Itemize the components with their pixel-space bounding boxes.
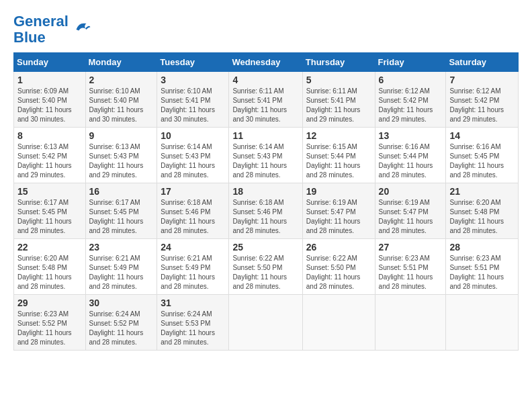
day-number: 16 <box>89 186 154 197</box>
calendar-cell: 19 Sunrise: 6:19 AM Sunset: 5:47 PM Dayl… <box>302 183 375 239</box>
logo: GeneralBlue <box>13 13 91 46</box>
day-number: 26 <box>306 242 371 253</box>
calendar-cell <box>446 295 519 351</box>
sunset-label: Sunset: 5:45 PM <box>89 208 139 216</box>
day-info: Sunrise: 6:09 AM Sunset: 5:40 PM Dayligh… <box>17 87 82 124</box>
sunset-label: Sunset: 5:43 PM <box>161 152 210 160</box>
day-info: Sunrise: 6:13 AM Sunset: 5:42 PM Dayligh… <box>17 142 82 180</box>
sunrise-label: Sunrise: 6:13 AM <box>89 143 140 150</box>
calendar-cell: 18 Sunrise: 6:18 AM Sunset: 5:46 PM Dayl… <box>229 183 302 239</box>
day-info: Sunrise: 6:22 AM Sunset: 5:50 PM Dayligh… <box>232 254 298 291</box>
day-info: Sunrise: 6:14 AM Sunset: 5:43 PM Dayligh… <box>161 142 225 180</box>
calendar-cell: 2 Sunrise: 6:10 AM Sunset: 5:40 PM Dayli… <box>85 72 157 128</box>
day-number: 21 <box>449 186 515 197</box>
sunset-label: Sunset: 5:50 PM <box>232 264 282 271</box>
daylight-label: Daylight: 11 hours and 28 minutes. <box>449 162 504 179</box>
calendar-cell: 10 Sunrise: 6:14 AM Sunset: 5:43 PM Dayl… <box>157 128 229 183</box>
daylight-label: Daylight: 11 hours and 28 minutes. <box>379 273 433 290</box>
sunrise-label: Sunrise: 6:14 AM <box>161 143 212 150</box>
daylight-label: Daylight: 11 hours and 28 minutes. <box>449 218 504 234</box>
sunrise-label: Sunrise: 6:22 AM <box>306 255 357 262</box>
day-info: Sunrise: 6:10 AM Sunset: 5:40 PM Dayligh… <box>89 87 154 124</box>
sunrise-label: Sunrise: 6:15 AM <box>306 143 357 150</box>
calendar-cell: 28 Sunrise: 6:23 AM Sunset: 5:51 PM Dayl… <box>446 239 519 295</box>
calendar-day-header: Friday <box>375 53 446 72</box>
sunset-label: Sunset: 5:41 PM <box>161 97 210 104</box>
day-number: 29 <box>17 298 82 308</box>
sunrise-label: Sunrise: 6:21 AM <box>89 255 140 262</box>
sunrise-label: Sunrise: 6:18 AM <box>161 199 212 206</box>
calendar-cell: 16 Sunrise: 6:17 AM Sunset: 5:45 PM Dayl… <box>85 183 157 239</box>
daylight-label: Daylight: 11 hours and 28 minutes. <box>161 162 215 179</box>
sunset-label: Sunset: 5:43 PM <box>232 152 282 160</box>
calendar-cell: 23 Sunrise: 6:21 AM Sunset: 5:49 PM Dayl… <box>85 239 157 295</box>
sunset-label: Sunset: 5:42 PM <box>379 97 429 104</box>
sunset-label: Sunset: 5:40 PM <box>17 97 67 104</box>
sunrise-label: Sunrise: 6:23 AM <box>17 310 69 318</box>
day-number: 22 <box>17 242 82 253</box>
day-info: Sunrise: 6:23 AM Sunset: 5:51 PM Dayligh… <box>379 254 443 291</box>
day-info: Sunrise: 6:20 AM Sunset: 5:48 PM Dayligh… <box>17 254 82 291</box>
calendar-cell: 25 Sunrise: 6:22 AM Sunset: 5:50 PM Dayl… <box>229 239 302 295</box>
calendar-week-row: 8 Sunrise: 6:13 AM Sunset: 5:42 PM Dayli… <box>14 128 519 183</box>
sunrise-label: Sunrise: 6:09 AM <box>17 87 69 95</box>
day-number: 4 <box>232 75 298 85</box>
sunset-label: Sunset: 5:41 PM <box>306 97 356 104</box>
calendar-cell: 11 Sunrise: 6:14 AM Sunset: 5:43 PM Dayl… <box>229 128 302 183</box>
calendar-cell: 14 Sunrise: 6:16 AM Sunset: 5:45 PM Dayl… <box>446 128 519 183</box>
sunset-label: Sunset: 5:42 PM <box>449 97 499 104</box>
calendar-cell: 29 Sunrise: 6:23 AM Sunset: 5:52 PM Dayl… <box>14 295 86 351</box>
sunset-label: Sunset: 5:45 PM <box>17 208 67 216</box>
calendar-header-row: SundayMondayTuesdayWednesdayThursdayFrid… <box>14 53 519 72</box>
daylight-label: Daylight: 11 hours and 29 minutes. <box>17 162 72 179</box>
sunrise-label: Sunrise: 6:18 AM <box>232 199 283 206</box>
sunset-label: Sunset: 5:49 PM <box>161 264 210 271</box>
page-header: GeneralBlue <box>13 13 519 46</box>
day-info: Sunrise: 6:18 AM Sunset: 5:46 PM Dayligh… <box>232 198 298 236</box>
calendar-cell <box>375 295 446 351</box>
calendar-cell <box>302 295 375 351</box>
day-info: Sunrise: 6:22 AM Sunset: 5:50 PM Dayligh… <box>306 254 371 291</box>
calendar-cell: 27 Sunrise: 6:23 AM Sunset: 5:51 PM Dayl… <box>375 239 446 295</box>
sunrise-label: Sunrise: 6:17 AM <box>89 199 140 206</box>
sunset-label: Sunset: 5:46 PM <box>232 208 282 216</box>
calendar-body: 1 Sunrise: 6:09 AM Sunset: 5:40 PM Dayli… <box>14 72 519 351</box>
day-number: 20 <box>379 186 443 197</box>
logo-bird-icon <box>71 19 91 40</box>
sunrise-label: Sunrise: 6:24 AM <box>161 310 212 318</box>
sunrise-label: Sunrise: 6:19 AM <box>379 199 430 206</box>
day-info: Sunrise: 6:12 AM Sunset: 5:42 PM Dayligh… <box>379 87 443 124</box>
day-info: Sunrise: 6:16 AM Sunset: 5:45 PM Dayligh… <box>449 142 515 180</box>
calendar-cell: 4 Sunrise: 6:11 AM Sunset: 5:41 PM Dayli… <box>229 72 302 128</box>
day-number: 14 <box>449 130 515 141</box>
day-number: 9 <box>89 130 154 141</box>
day-number: 25 <box>232 242 298 253</box>
calendar-cell: 22 Sunrise: 6:20 AM Sunset: 5:48 PM Dayl… <box>14 239 86 295</box>
sunset-label: Sunset: 5:43 PM <box>89 152 139 160</box>
daylight-label: Daylight: 11 hours and 28 minutes. <box>232 162 287 179</box>
day-info: Sunrise: 6:24 AM Sunset: 5:53 PM Dayligh… <box>161 310 225 347</box>
day-info: Sunrise: 6:23 AM Sunset: 5:51 PM Dayligh… <box>449 254 515 291</box>
day-number: 3 <box>161 75 225 85</box>
calendar-cell: 3 Sunrise: 6:10 AM Sunset: 5:41 PM Dayli… <box>157 72 229 128</box>
daylight-label: Daylight: 11 hours and 30 minutes. <box>89 106 144 123</box>
day-info: Sunrise: 6:19 AM Sunset: 5:47 PM Dayligh… <box>379 198 443 236</box>
calendar-week-row: 29 Sunrise: 6:23 AM Sunset: 5:52 PM Dayl… <box>14 295 519 351</box>
calendar-day-header: Sunday <box>14 53 86 72</box>
calendar-cell: 26 Sunrise: 6:22 AM Sunset: 5:50 PM Dayl… <box>302 239 375 295</box>
calendar-cell <box>229 295 302 351</box>
sunrise-label: Sunrise: 6:20 AM <box>17 255 69 262</box>
sunrise-label: Sunrise: 6:10 AM <box>161 87 212 95</box>
day-info: Sunrise: 6:13 AM Sunset: 5:43 PM Dayligh… <box>89 142 154 180</box>
day-info: Sunrise: 6:16 AM Sunset: 5:44 PM Dayligh… <box>379 142 443 180</box>
day-number: 27 <box>379 242 443 253</box>
calendar-cell: 5 Sunrise: 6:11 AM Sunset: 5:41 PM Dayli… <box>302 72 375 128</box>
day-info: Sunrise: 6:24 AM Sunset: 5:52 PM Dayligh… <box>89 310 154 347</box>
day-info: Sunrise: 6:10 AM Sunset: 5:41 PM Dayligh… <box>161 87 225 124</box>
sunrise-label: Sunrise: 6:16 AM <box>449 143 500 150</box>
daylight-label: Daylight: 11 hours and 28 minutes. <box>161 329 215 346</box>
sunset-label: Sunset: 5:40 PM <box>89 97 139 104</box>
sunset-label: Sunset: 5:48 PM <box>449 208 499 216</box>
sunrise-label: Sunrise: 6:24 AM <box>89 310 140 318</box>
day-number: 11 <box>232 130 298 141</box>
